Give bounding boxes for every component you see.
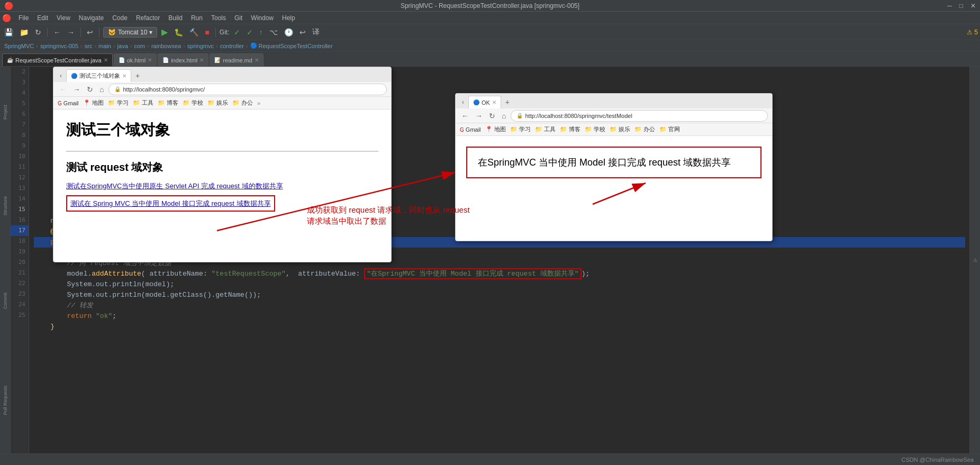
breadcrumb-controller[interactable]: controller — [220, 43, 244, 49]
browser2-new-tab[interactable]: + — [501, 96, 514, 108]
bm1-more[interactable]: » — [257, 100, 260, 106]
git-push[interactable]: ↑ — [257, 27, 265, 38]
bm1-ent[interactable]: 📁 娱乐 — [207, 99, 228, 107]
browser1-tab-close[interactable]: ✕ — [122, 73, 126, 79]
bm1-map[interactable]: 📍 地图 — [83, 99, 104, 107]
menu-navigate[interactable]: Navigate — [75, 13, 108, 23]
run-button[interactable]: ▶ — [159, 26, 170, 38]
menu-refactor[interactable]: Refactor — [132, 13, 164, 23]
bm2-office[interactable]: 📁 办公 — [634, 125, 655, 133]
menu-run[interactable]: Run — [187, 13, 207, 23]
browser1-new-tab[interactable]: + — [131, 69, 144, 82]
toolbar-forward[interactable]: → — [65, 27, 77, 38]
build-button[interactable]: 🔨 — [187, 27, 201, 38]
browser1-home[interactable]: ⌂ — [98, 85, 105, 94]
bm1-gmail[interactable]: G Gmail — [58, 100, 79, 106]
toolbar-back[interactable]: ← — [51, 27, 63, 38]
menu-git[interactable]: Git — [230, 13, 247, 23]
browser2-tab-close[interactable]: ✕ — [492, 99, 496, 105]
tab-readme[interactable]: 📝 readme.md ✕ — [210, 53, 264, 66]
browser1-url-bar[interactable]: 🔒 http://localhost:8080/springmvc/ — [108, 84, 387, 95]
toolbar-save[interactable]: 💾 — [2, 27, 15, 38]
bm2-tools[interactable]: 📁 工具 — [535, 125, 556, 133]
browser1-link2[interactable]: 测试在 Spring MVC 当中使用 Model 接口完成 request 域… — [70, 199, 271, 207]
tab-controller[interactable]: ☕ RequestScopeTestController.java ✕ — [2, 53, 113, 66]
toolbar-refresh[interactable]: ↻ — [33, 27, 43, 38]
browser1-link1[interactable]: 测试在SpringMVC当中使用原生 Servlet API 完成 reques… — [66, 182, 283, 190]
bm1-tools[interactable]: 📁 工具 — [133, 99, 153, 107]
browser1-address-bar: ← → ↻ ⌂ 🔒 http://localhost:8080/springmv… — [53, 82, 391, 97]
breadcrumb-class[interactable]: RequestScopeTestController — [259, 43, 333, 49]
code-line-20: System.out.println(model); — [34, 280, 174, 288]
panel-project[interactable]: Project — [3, 105, 8, 120]
breadcrumb-main[interactable]: main — [98, 43, 111, 49]
minimize-btn[interactable]: ─ — [947, 2, 952, 10]
panel-pull-requests[interactable]: Pull Requests — [3, 386, 8, 415]
stop-button[interactable]: ■ — [203, 27, 211, 38]
breadcrumb-com[interactable]: com — [134, 43, 145, 49]
bm1-blog[interactable]: 📁 博客 — [158, 99, 178, 107]
browser2-tab-chevron[interactable]: ‹ — [458, 96, 468, 108]
bm1-study[interactable]: 📁 学习 — [108, 99, 129, 107]
tab-index-close[interactable]: ✕ — [199, 57, 204, 63]
bm2-map[interactable]: 📍 地图 — [485, 125, 506, 133]
menu-view[interactable]: View — [52, 13, 75, 23]
menu-edit[interactable]: Edit — [33, 13, 52, 23]
browser1-refresh[interactable]: ↻ — [85, 85, 95, 94]
browser1-back[interactable]: ← — [58, 85, 68, 94]
browser2-home[interactable]: ⌂ — [500, 112, 507, 120]
browser1-tab-chevron[interactable]: ‹ — [56, 69, 66, 82]
git-branch[interactable]: ⌥ — [267, 27, 280, 38]
git-history[interactable]: 🕐 — [282, 27, 295, 38]
tab-ok[interactable]: 📄 ok.html ✕ — [114, 53, 157, 66]
menu-code[interactable]: Code — [108, 13, 132, 23]
tab-index-icon: 📄 — [162, 57, 169, 63]
toolbar-undo[interactable]: ↩ — [85, 27, 95, 38]
tab-index[interactable]: 📄 index.html ✕ — [158, 53, 208, 66]
bm1-school[interactable]: 📁 学校 — [183, 99, 203, 107]
panel-structure[interactable]: Structure — [3, 196, 8, 216]
debug-button[interactable]: 🐛 — [172, 27, 185, 38]
tab-readme-close[interactable]: ✕ — [255, 57, 259, 63]
git-checkmark2[interactable]: ✓ — [244, 27, 255, 38]
menu-tools[interactable]: Tools — [207, 13, 230, 23]
code-line-24: } — [34, 323, 55, 331]
translate-btn[interactable]: 译 — [310, 26, 322, 38]
maximize-btn[interactable]: □ — [959, 2, 963, 10]
bm2-ent[interactable]: 📁 娱乐 — [610, 125, 630, 133]
close-btn[interactable]: ✕ — [970, 2, 976, 10]
breadcrumb-springmvc-005[interactable]: springmvc-005 — [40, 43, 78, 49]
right-panel-icon[interactable]: ⚠ — [973, 258, 978, 263]
breadcrumb-springmvc[interactable]: SpringMVC — [4, 43, 34, 49]
tab-controller-close[interactable]: ✕ — [104, 57, 108, 63]
menu-build[interactable]: Build — [164, 13, 187, 23]
tab-ok-close[interactable]: ✕ — [148, 57, 152, 63]
menu-file[interactable]: File — [14, 13, 33, 23]
bm2-official[interactable]: 📁 官网 — [659, 125, 680, 133]
breadcrumb-springmvc-pkg[interactable]: springmvc — [187, 43, 214, 49]
browser2-url-bar[interactable]: 🔒 http://localhost:8080/springmvc/testMo… — [511, 110, 768, 122]
browser2-back[interactable]: ← — [460, 112, 470, 120]
toolbar-open[interactable]: 📁 — [17, 27, 31, 38]
menu-help[interactable]: Help — [278, 13, 300, 23]
bm2-study[interactable]: 📁 学习 — [510, 125, 531, 133]
tomcat-run-config[interactable]: 🐱 Tomcat 10 ▾ — [103, 27, 157, 38]
git-checkmark1[interactable]: ✓ — [232, 27, 242, 38]
panel-commit[interactable]: Commit — [3, 293, 8, 309]
browser2-forward[interactable]: → — [474, 112, 484, 120]
browser2-lock-icon: 🔒 — [516, 113, 523, 118]
browser1-forward[interactable]: → — [71, 85, 82, 94]
breadcrumb-rainbowsea[interactable]: rainbowsea — [151, 43, 181, 49]
breadcrumb-src[interactable]: src — [85, 43, 93, 49]
browser1-tab-active[interactable]: 🔵 测试三个域对象 ✕ — [66, 69, 131, 82]
bm2-school[interactable]: 📁 学校 — [585, 125, 605, 133]
bm2-blog[interactable]: 📁 博客 — [560, 125, 580, 133]
breadcrumb-java[interactable]: java — [117, 43, 128, 49]
browser2-tab-active[interactable]: 🔵 OK ✕ — [468, 96, 501, 108]
bm2-gmail[interactable]: G Gmail — [460, 126, 481, 133]
git-undo[interactable]: ↩ — [297, 27, 308, 38]
bm1-office[interactable]: 📁 办公 — [232, 99, 253, 107]
editor-area[interactable]: 2 3 4 5 6 7 8 9 10 11 12 13 14 15 16 17 … — [11, 67, 969, 453]
browser2-refresh[interactable]: ↻ — [487, 112, 497, 120]
menu-window[interactable]: Window — [247, 13, 278, 23]
